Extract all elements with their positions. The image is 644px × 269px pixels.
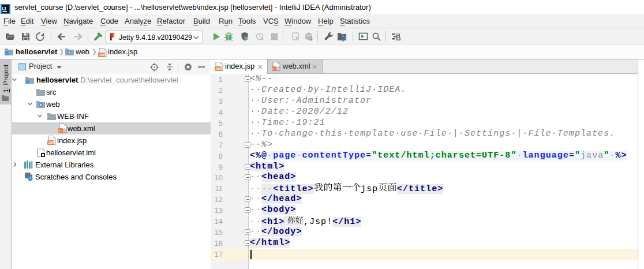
svg-text:IJ: IJ <box>2 6 6 12</box>
svg-text:JSP: JSP <box>99 53 106 57</box>
svg-text:JSP: JSP <box>216 66 223 70</box>
svg-text:JSP: JSP <box>48 140 55 144</box>
